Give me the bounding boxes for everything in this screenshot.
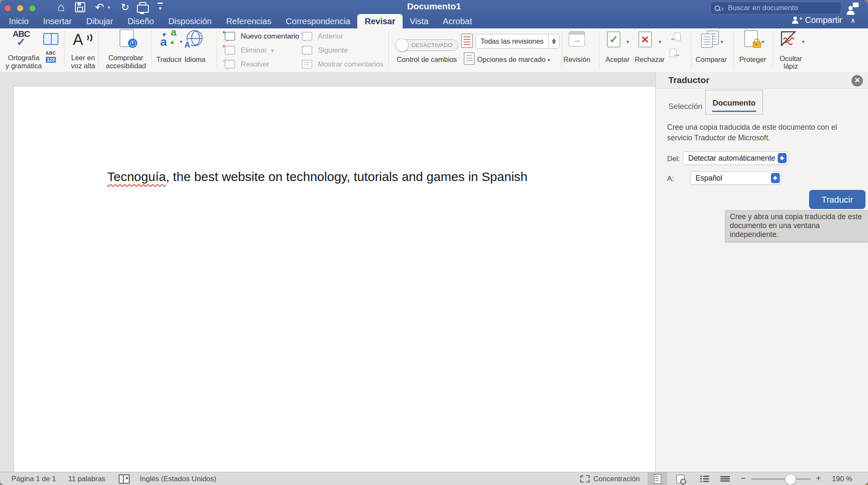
panel-close-icon[interactable]: ✕ [851, 75, 863, 86]
translate-tooltip: Cree y abra una copia traducida de este … [725, 210, 868, 242]
panel-title: Traductor [668, 75, 709, 85]
tab-correspondencia[interactable]: Correspondencia [278, 14, 357, 28]
tab-inicio[interactable]: Inicio [2, 14, 36, 28]
zoom-in-button[interactable]: + [816, 473, 821, 483]
search-box[interactable] [710, 2, 841, 14]
share-label: Compartir [805, 15, 842, 25]
draft-view-button[interactable] [721, 472, 733, 485]
document-text-line[interactable]: Tecnoguía, the best website on technolog… [107, 170, 528, 184]
hide-ink-caret[interactable] [802, 38, 805, 45]
ribbon-divider [388, 31, 389, 67]
status-bar: Página 1 de 1 11 palabras Inglés (Estado… [0, 472, 868, 485]
reject-dropdown-caret[interactable] [659, 38, 662, 45]
search-input[interactable] [727, 3, 841, 13]
search-icon [715, 6, 720, 11]
compare-dropdown-caret[interactable] [721, 38, 723, 45]
share-button[interactable]: + Compartir [792, 15, 855, 25]
next-comment-button: Siguiente [302, 46, 348, 57]
accept-dropdown-caret[interactable] [626, 38, 629, 45]
from-language-select[interactable]: Detectar automáticamente [683, 151, 788, 165]
delete-comment-caret [271, 47, 274, 54]
to-language-select[interactable]: Español [690, 171, 782, 185]
document-language[interactable]: Inglés (Estados Unidos) [140, 475, 216, 483]
ribbon-divider [98, 31, 99, 67]
reject-change-icon [638, 31, 652, 47]
word-count-icon[interactable]: ABC 123 [44, 51, 58, 63]
proofing-errors-icon[interactable] [119, 474, 130, 484]
ribbon: ABC✓ Ortografía y gramática ABC 123 A Le… [0, 28, 868, 72]
panel-header: Traductor [656, 72, 868, 89]
tab-revisar[interactable]: Revisar [357, 14, 402, 28]
next-change-icon[interactable] [670, 49, 681, 58]
draft-view-icon [721, 476, 730, 482]
tab-diseno[interactable]: Diseño [120, 14, 161, 28]
web-layout-view-button[interactable] [676, 472, 691, 485]
focus-mode-button[interactable]: Concentración [593, 475, 640, 483]
ribbon-divider [562, 31, 562, 67]
document-page[interactable]: Tecnoguía, the best website on technolog… [14, 86, 655, 472]
translator-panel: Traductor ✕ Selección Documento Cree una… [655, 72, 868, 472]
protect-document-icon [744, 30, 758, 47]
from-select-stepper-icon[interactable] [778, 153, 787, 163]
misspelled-word[interactable]: Tecnoguía [107, 170, 166, 184]
thesaurus-icon[interactable] [43, 33, 58, 45]
outline-view-icon [700, 476, 709, 482]
tab-vista[interactable]: Vista [403, 14, 436, 28]
to-select-stepper-icon[interactable] [771, 173, 780, 183]
focus-mode-icon[interactable] [580, 475, 590, 482]
word-window: ▾ Documento1 + Compartir Inicio Insertar… [0, 0, 868, 485]
zoom-slider-track[interactable] [751, 478, 811, 480]
ribbon-divider [733, 31, 734, 67]
zoom-out-button[interactable]: − [741, 473, 746, 483]
tab-dibujar[interactable]: Dibujar [79, 14, 120, 28]
page-info[interactable]: Página 1 de 1 [11, 475, 56, 483]
print-layout-view-button[interactable] [648, 472, 667, 485]
markup-view-select[interactable]: Todas las revisiones [476, 34, 559, 49]
previous-change-icon[interactable] [670, 33, 681, 42]
track-changes-label: Control de cambios [397, 56, 457, 64]
markup-options-caret[interactable] [548, 56, 551, 63]
new-comment-button[interactable]: Nuevo comentario [225, 32, 299, 43]
collapse-ribbon-chevron-icon[interactable] [851, 17, 855, 24]
zoom-slider-knob[interactable] [785, 474, 796, 485]
select-stepper-icon[interactable] [548, 34, 559, 48]
translate-dropdown-caret[interactable] [180, 38, 183, 45]
comments-presence-icon[interactable] [847, 3, 864, 15]
tab-acrobat[interactable]: Acrobat [436, 14, 479, 28]
track-changes-toggle[interactable]: DESACTIVADO [396, 39, 459, 51]
translate-document-button[interactable]: Traducir [809, 190, 865, 209]
toggle-state-label: DESACTIVADO [412, 42, 453, 48]
hide-ink-icon [780, 30, 798, 47]
print-layout-icon [654, 474, 661, 484]
from-language-label: Del: [667, 155, 680, 163]
protect-dropdown-caret[interactable] [762, 38, 765, 45]
show-comments-button: Mostrar comentarios [302, 60, 384, 71]
previous-comment-icon [302, 32, 312, 41]
tab-insertar[interactable]: Insertar [36, 14, 79, 28]
compare-icon [701, 33, 713, 48]
ribbon-divider [773, 31, 773, 67]
language-globe-icon: A [186, 30, 203, 46]
toggle-knob[interactable] [395, 39, 409, 52]
markup-options-button[interactable]: Opciones de marcado [477, 56, 551, 64]
word-count[interactable]: 11 palabras [68, 475, 106, 483]
document-text-rest[interactable]: , the best website on technology, tutori… [166, 170, 527, 184]
ribbon-divider [691, 31, 691, 67]
document-canvas: Tecnoguía, the best website on technolog… [0, 72, 655, 472]
outline-view-button[interactable] [700, 472, 713, 485]
resolve-comment-button: Resolver [225, 60, 269, 71]
lock-icon [753, 42, 761, 48]
ribbon-divider [217, 31, 217, 67]
panel-tab-document[interactable]: Documento [705, 90, 763, 114]
panel-tab-selection[interactable]: Selección [661, 98, 710, 114]
tab-referencias[interactable]: Referencias [219, 14, 278, 28]
tab-disposicion[interactable]: Disposición [161, 14, 219, 28]
ribbon-divider [599, 31, 600, 67]
resolve-comment-icon [225, 60, 235, 69]
panel-description: Cree una copia traducida de este documen… [667, 122, 854, 143]
ribbon-tab-strip: Inicio Insertar Dibujar Diseño Disposici… [2, 14, 479, 28]
zoom-level[interactable]: 190 % [832, 475, 852, 483]
title-bar: ▾ Documento1 + Compartir Inicio Insertar… [0, 0, 868, 28]
previous-comment-button: Anterior [302, 32, 343, 43]
add-person-icon: + [792, 16, 801, 25]
